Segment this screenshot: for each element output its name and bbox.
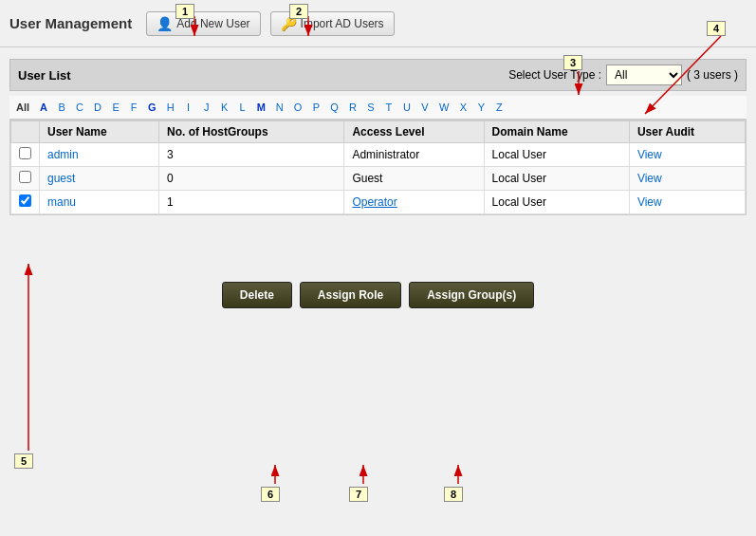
alpha-o[interactable]: O bbox=[289, 100, 307, 115]
users-table: User Name No. of HostGroups Access Level… bbox=[10, 120, 746, 214]
alpha-r[interactable]: R bbox=[344, 100, 361, 115]
alpha-l[interactable]: L bbox=[234, 100, 251, 115]
col-access-level: Access Level bbox=[344, 121, 484, 143]
access-guest: Guest bbox=[344, 167, 484, 191]
username-guest[interactable]: guest bbox=[47, 172, 75, 185]
alpha-b[interactable]: B bbox=[53, 100, 70, 115]
users-table-container: User Name No. of HostGroups Access Level… bbox=[9, 120, 747, 215]
domain-manu: Local User bbox=[484, 191, 629, 214]
alpha-y[interactable]: Y bbox=[472, 100, 489, 115]
alpha-k[interactable]: K bbox=[216, 100, 233, 115]
alpha-all[interactable]: All bbox=[11, 100, 34, 115]
import-ad-label: Import AD Users bbox=[301, 17, 384, 30]
access-manu[interactable]: Operator bbox=[352, 195, 396, 209]
table-row: manu 1 Operator Local User View bbox=[11, 191, 746, 214]
row-checkbox-admin[interactable] bbox=[19, 147, 31, 159]
audit-view-manu[interactable]: View bbox=[637, 195, 662, 209]
audit-view-admin[interactable]: View bbox=[637, 148, 662, 161]
alpha-z[interactable]: Z bbox=[490, 100, 507, 115]
annotation-6: 6 bbox=[261, 487, 280, 502]
assign-groups-button[interactable]: Assign Group(s) bbox=[409, 282, 534, 308]
audit-view-guest[interactable]: View bbox=[637, 172, 662, 185]
add-user-icon: 👤 bbox=[157, 16, 173, 31]
col-checkbox bbox=[11, 121, 40, 143]
alpha-n[interactable]: N bbox=[271, 100, 288, 115]
alpha-filter: All A B C D E F G H I J K L M N O P Q R … bbox=[9, 96, 747, 120]
alpha-p[interactable]: P bbox=[307, 100, 324, 115]
user-list-header: User List Select User Type : All Admin G… bbox=[9, 59, 747, 91]
alpha-g[interactable]: G bbox=[143, 100, 161, 115]
user-type-selector: Select User Type : All Admin Guest ( 3 u… bbox=[508, 65, 738, 85]
import-ad-users-button[interactable]: 🔑 Import AD Users bbox=[270, 11, 395, 36]
alpha-i[interactable]: I bbox=[180, 100, 197, 115]
col-hostgroups: No. of HostGroups bbox=[158, 121, 343, 143]
table-header-row: User Name No. of HostGroups Access Level… bbox=[11, 121, 746, 143]
assign-role-button[interactable]: Assign Role bbox=[300, 282, 401, 308]
user-list-title: User List bbox=[18, 68, 71, 83]
col-audit: User Audit bbox=[629, 121, 745, 143]
col-domain: Domain Name bbox=[484, 121, 629, 143]
alpha-u[interactable]: U bbox=[398, 100, 415, 115]
annotation-5: 5 bbox=[14, 453, 33, 469]
import-icon: 🔑 bbox=[281, 16, 297, 31]
alpha-v[interactable]: V bbox=[416, 100, 433, 115]
alpha-m[interactable]: M bbox=[252, 100, 270, 115]
row-checkbox-guest[interactable] bbox=[19, 171, 31, 183]
bottom-actions: Delete Assign Role Assign Group(s) bbox=[9, 272, 747, 318]
hostgroups-manu: 1 bbox=[158, 191, 343, 214]
alpha-w[interactable]: W bbox=[434, 100, 453, 115]
alpha-s[interactable]: S bbox=[362, 100, 379, 115]
table-row: guest 0 Guest Local User View bbox=[11, 167, 746, 191]
add-new-user-button[interactable]: 👤 Add New User bbox=[146, 11, 260, 36]
alpha-c[interactable]: C bbox=[71, 100, 88, 115]
alpha-t[interactable]: T bbox=[380, 100, 397, 115]
domain-guest: Local User bbox=[484, 167, 629, 191]
username-manu[interactable]: manu bbox=[47, 195, 76, 209]
user-count: ( 3 users ) bbox=[687, 68, 738, 82]
delete-button[interactable]: Delete bbox=[222, 282, 292, 308]
table-row: admin 3 Administrator Local User View bbox=[11, 143, 746, 167]
alpha-a[interactable]: A bbox=[35, 100, 52, 115]
alpha-d[interactable]: D bbox=[89, 100, 106, 115]
select-user-type-label: Select User Type : bbox=[508, 68, 601, 82]
alpha-j[interactable]: J bbox=[198, 100, 215, 115]
row-checkbox-manu[interactable] bbox=[19, 194, 31, 207]
annotation-8: 8 bbox=[444, 487, 463, 502]
alpha-q[interactable]: Q bbox=[325, 100, 343, 115]
page-title: User Management bbox=[9, 15, 132, 31]
user-type-dropdown[interactable]: All Admin Guest bbox=[606, 65, 682, 85]
col-username: User Name bbox=[40, 121, 159, 143]
alpha-e[interactable]: E bbox=[107, 100, 124, 115]
annotation-7: 7 bbox=[349, 487, 368, 502]
alpha-h[interactable]: H bbox=[162, 100, 179, 115]
domain-admin: Local User bbox=[484, 143, 629, 167]
access-admin: Administrator bbox=[344, 143, 484, 167]
alpha-f[interactable]: F bbox=[125, 100, 142, 115]
add-user-label: Add New User bbox=[176, 17, 249, 30]
username-admin[interactable]: admin bbox=[47, 148, 79, 161]
hostgroups-guest: 0 bbox=[158, 167, 343, 191]
alpha-x[interactable]: X bbox=[454, 100, 471, 115]
hostgroups-admin: 3 bbox=[158, 143, 343, 167]
